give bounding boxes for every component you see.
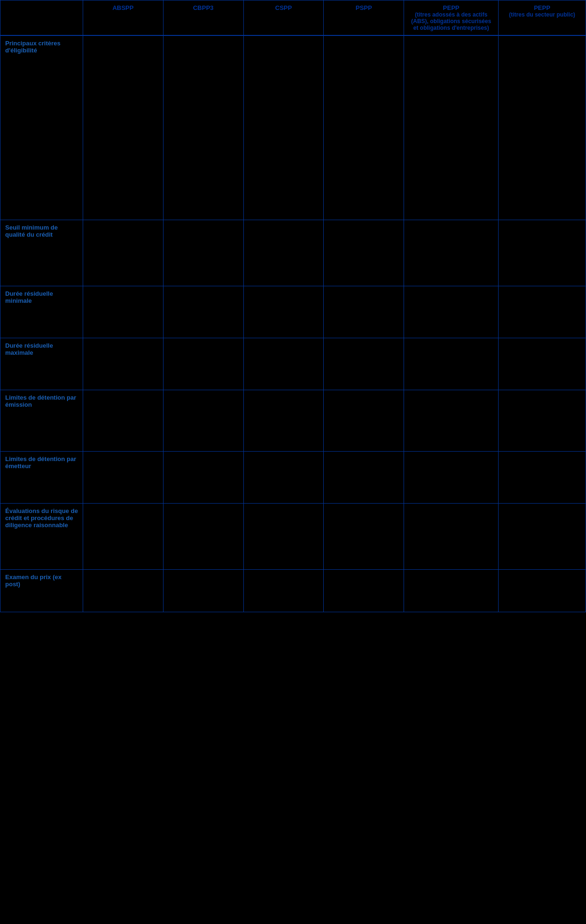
row-seuil-cspp bbox=[243, 220, 324, 286]
row-limites-emetteur-label: Limites de détention par émetteur bbox=[0, 451, 83, 503]
row-duree-max: Durée résiduelle maximale bbox=[0, 338, 586, 390]
row-limites-emetteur-abspp bbox=[83, 451, 163, 503]
row-criteres-pepp-abs bbox=[404, 35, 499, 220]
header-cspp: CSPP bbox=[243, 0, 324, 36]
row-evaluations-label: Évaluations du risque de crédit et procé… bbox=[0, 503, 83, 569]
header-col1 bbox=[0, 0, 83, 36]
row-examen: Examen du prix (ex post) bbox=[0, 569, 586, 612]
row-seuil: Seuil minimum de qualité du crédit bbox=[0, 220, 586, 286]
row-duree-max-cbpp3 bbox=[163, 338, 243, 390]
row-criteres-abspp bbox=[83, 35, 163, 220]
row-examen-pspp bbox=[324, 569, 404, 612]
row-duree-min-cbpp3 bbox=[163, 286, 243, 338]
row-evaluations-pepp-public bbox=[499, 503, 586, 569]
row-limites-emission-pepp-public bbox=[499, 390, 586, 451]
row-examen-cbpp3 bbox=[163, 569, 243, 612]
row-evaluations-pepp-abs bbox=[404, 503, 499, 569]
header-abspp: ABSPP bbox=[83, 0, 163, 36]
row-examen-label: Examen du prix (ex post) bbox=[0, 569, 83, 612]
header-cbpp3: CBPP3 bbox=[163, 0, 243, 36]
row-limites-emission-abspp bbox=[83, 390, 163, 451]
row-criteres-label: Principaux critères d'éligibilité bbox=[0, 35, 83, 220]
row-criteres-pepp-public bbox=[499, 35, 586, 220]
row-criteres: Principaux critères d'éligibilité bbox=[0, 35, 586, 220]
row-examen-abspp bbox=[83, 569, 163, 612]
row-criteres-cspp bbox=[243, 35, 324, 220]
row-duree-max-label: Durée résiduelle maximale bbox=[0, 338, 83, 390]
row-seuil-label: Seuil minimum de qualité du crédit bbox=[0, 220, 83, 286]
row-duree-min-pepp-public bbox=[499, 286, 586, 338]
row-duree-max-abspp bbox=[83, 338, 163, 390]
row-criteres-pspp bbox=[324, 35, 404, 220]
row-examen-cspp bbox=[243, 569, 324, 612]
row-limites-emission-cspp bbox=[243, 390, 324, 451]
row-limites-emetteur-cspp bbox=[243, 451, 324, 503]
row-limites-emission-cbpp3 bbox=[163, 390, 243, 451]
row-duree-max-pepp-abs bbox=[404, 338, 499, 390]
row-seuil-cbpp3 bbox=[163, 220, 243, 286]
row-duree-min-label: Durée résiduelle minimale bbox=[0, 286, 83, 338]
row-evaluations-pspp bbox=[324, 503, 404, 569]
row-limites-emetteur-pepp-abs bbox=[404, 451, 499, 503]
row-duree-max-cspp bbox=[243, 338, 324, 390]
row-limites-emission-pepp-abs bbox=[404, 390, 499, 451]
row-limites-emetteur-pspp bbox=[324, 451, 404, 503]
row-evaluations-cspp bbox=[243, 503, 324, 569]
row-limites-emetteur-pepp-public bbox=[499, 451, 586, 503]
row-duree-max-pepp-public bbox=[499, 338, 586, 390]
row-limites-emetteur: Limites de détention par émetteur bbox=[0, 451, 586, 503]
row-criteres-cbpp3 bbox=[163, 35, 243, 220]
row-limites-emission-pspp bbox=[324, 390, 404, 451]
row-duree-min-pspp bbox=[324, 286, 404, 338]
row-seuil-pepp-abs bbox=[404, 220, 499, 286]
header-pspp: PSPP bbox=[324, 0, 404, 36]
row-evaluations-abspp bbox=[83, 503, 163, 569]
row-examen-pepp-public bbox=[499, 569, 586, 612]
header-pepp-public: PEPP (titres du secteur public) bbox=[499, 0, 586, 36]
row-limites-emetteur-cbpp3 bbox=[163, 451, 243, 503]
row-limites-emission: Limites de détention par émission bbox=[0, 390, 586, 451]
row-seuil-pspp bbox=[324, 220, 404, 286]
row-seuil-abspp bbox=[83, 220, 163, 286]
row-seuil-pepp-public bbox=[499, 220, 586, 286]
main-table: ABSPP CBPP3 CSPP PSPP PEPP (titres adoss… bbox=[0, 0, 586, 612]
row-duree-min: Durée résiduelle minimale bbox=[0, 286, 586, 338]
row-duree-max-pspp bbox=[324, 338, 404, 390]
row-limites-emission-label: Limites de détention par émission bbox=[0, 390, 83, 451]
row-duree-min-cspp bbox=[243, 286, 324, 338]
row-evaluations: Évaluations du risque de crédit et procé… bbox=[0, 503, 586, 569]
row-duree-min-pepp-abs bbox=[404, 286, 499, 338]
row-evaluations-cbpp3 bbox=[163, 503, 243, 569]
header-pepp-abs: PEPP (titres adossés à des actifs (ABS),… bbox=[404, 0, 499, 36]
row-duree-min-abspp bbox=[83, 286, 163, 338]
row-examen-pepp-abs bbox=[404, 569, 499, 612]
